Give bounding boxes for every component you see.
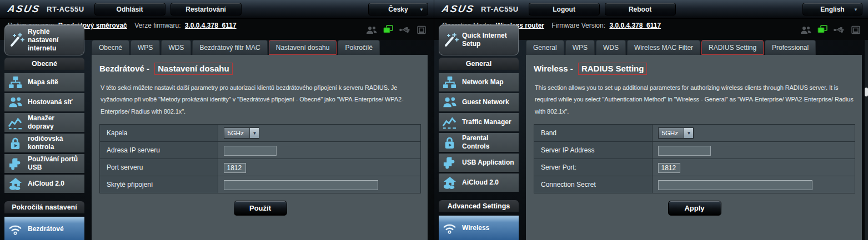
server-ip-input[interactable] [224, 146, 277, 156]
sidebar-item-guest-network[interactable]: Guest Network [439, 93, 519, 111]
reboot-button[interactable]: Restartování [170, 3, 242, 16]
sidebar-item-usb-application[interactable]: USB Application [439, 154, 519, 172]
router-admin-panel-english: ASUS RT-AC55U Logout Reboot English ▼ Op… [434, 0, 868, 240]
server-ip-label: Server IP Address [534, 142, 653, 159]
traffic-manager-icon [441, 115, 458, 130]
language-dropdown[interactable]: English ▼ [802, 3, 862, 16]
sidebar-item-wireless[interactable]: Bezdrátové [4, 217, 84, 240]
network-status-icon[interactable] [817, 25, 828, 34]
sidebar-item-aicloud[interactable]: AiCloud 2.0 [439, 173, 519, 192]
top-banner: ASUS RT-AC55U Odhlásit Restartování Česk… [0, 0, 434, 19]
firmware-version-link[interactable]: 3.0.0.4.378_6117 [185, 22, 237, 29]
tab-general[interactable]: General [526, 40, 564, 55]
sidebar-section-general: General [439, 58, 519, 70]
connection-secret-label: Skryté připojení [100, 176, 218, 193]
scrollbar-thumb[interactable] [865, 88, 868, 96]
logout-button[interactable]: Odhlásit [94, 3, 165, 16]
network-map-icon [7, 75, 23, 90]
sidebar-item-guest-network[interactable]: Hostovaná síť [4, 93, 84, 111]
firmware-version-link[interactable]: 3.0.0.4.378_6117 [609, 22, 661, 29]
top-banner: ASUS RT-AC55U Logout Reboot English ▼ [434, 0, 868, 19]
table-row: Band 5GHz ▼ [534, 125, 855, 142]
server-port-input[interactable] [658, 163, 680, 173]
tab-wps[interactable]: WPS [131, 40, 160, 55]
usb-application-icon [441, 155, 458, 170]
asus-logo: ASUS [7, 3, 41, 15]
connection-secret-input[interactable] [224, 180, 378, 190]
language-label: English [820, 6, 844, 13]
sidebar-item-parental-controls[interactable]: rodičovská kontrola [4, 134, 84, 152]
usb-icon[interactable] [399, 25, 410, 34]
connection-secret-label: Connection Secret [534, 176, 653, 193]
aicloud-icon [441, 175, 458, 190]
sidebar-item-usb-application[interactable]: Používání portů USB [4, 154, 84, 173]
sidebar-nav: Quick Internet Setup General Network Map… [439, 24, 519, 240]
dual-screenshot-stage: ASUS RT-AC55U Odhlásit Restartování Česk… [0, 0, 868, 240]
printer-icon[interactable] [850, 25, 861, 34]
server-port-label: Port serveru [100, 159, 218, 176]
tab-wps[interactable]: WPS [565, 40, 595, 55]
server-port-input[interactable] [224, 163, 246, 173]
tab-radius-setting[interactable]: Nastavení dosahu [269, 40, 337, 55]
tab-wireless-mac-filter[interactable]: Wireless MAC Filter [627, 40, 700, 55]
sidebar-item-label: Hostovaná síť [28, 98, 72, 106]
magic-wand-icon [8, 32, 24, 48]
guest-network-icon [441, 95, 458, 110]
sidebar-section-advanced-settings: Advanced Settings [439, 200, 519, 212]
sidebar-item-label: Wireless [462, 224, 489, 232]
tab-wds[interactable]: WDS [161, 40, 191, 55]
sidebar-item-wireless[interactable]: Wireless [439, 216, 519, 240]
parental-controls-icon [441, 135, 458, 150]
sidebar-item-label: Mapa sítě [28, 78, 58, 86]
sidebar-item-label: AiCloud 2.0 [28, 180, 64, 188]
apply-button[interactable]: Použít [234, 201, 287, 216]
sidebar-item-label: Network Map [462, 78, 504, 86]
sidebar-item-label: Bezdrátové [28, 225, 64, 233]
sidebar-item-parental-controls[interactable]: Parental Controls [439, 133, 519, 152]
chevron-down-icon: ▼ [854, 7, 858, 12]
tab-professional[interactable]: Pokročilé [338, 40, 379, 55]
usb-icon[interactable] [834, 25, 845, 34]
sidebar-item-quick-internet-setup[interactable]: Rychlé nastavení internetu [4, 24, 84, 55]
sidebar-nav: Rychlé nastavení internetu Obecné Mapa s… [4, 24, 84, 240]
network-map-icon [441, 75, 458, 90]
connection-secret-input[interactable] [658, 180, 812, 190]
tab-radius-setting[interactable]: RADIUS Setting [701, 40, 764, 55]
sidebar-item-network-map[interactable]: Network Map [439, 73, 519, 91]
radius-settings-table: Band 5GHz ▼ Server IP Address Server Por… [534, 124, 855, 193]
band-label: Band [534, 125, 653, 142]
sidebar-item-network-map[interactable]: Mapa sítě [4, 73, 84, 91]
clients-icon[interactable] [366, 25, 377, 34]
band-select[interactable]: 5GHz ▼ [658, 127, 694, 139]
server-ip-input[interactable] [658, 146, 711, 156]
band-select-value: 5GHz [224, 128, 249, 138]
spacer [439, 193, 519, 198]
clients-icon[interactable] [800, 25, 811, 34]
sidebar-item-label: Manažer dopravy [28, 114, 82, 131]
sidebar-section-general: Obecné [4, 58, 84, 70]
tab-professional[interactable]: Professional [765, 40, 816, 55]
guest-network-icon [7, 95, 23, 110]
language-dropdown[interactable]: Česky ▼ [368, 3, 428, 16]
vertical-scrollbar[interactable] [865, 40, 868, 240]
sidebar-item-label: AiCloud 2.0 [462, 178, 499, 187]
sidebar-item-label: Rychlé nastavení internetu [28, 28, 81, 53]
server-port-label: Server Port: [534, 159, 653, 176]
reboot-button[interactable]: Reboot [605, 3, 676, 16]
tab-wds[interactable]: WDS [596, 40, 626, 55]
logout-button[interactable]: Logout [529, 3, 600, 16]
sidebar-item-aicloud[interactable]: AiCloud 2.0 [4, 175, 84, 193]
band-select[interactable]: 5GHz ▼ [224, 127, 259, 139]
sidebar-item-traffic-manager[interactable]: Manažer dopravy [4, 113, 84, 132]
tab-wireless-mac-filter[interactable]: Bezdrátový filtr MAC [192, 40, 267, 55]
sidebar-item-label: Parental Controls [462, 134, 516, 151]
page-title-highlight: RADIUS Setting [578, 63, 648, 75]
sidebar-item-traffic-manager[interactable]: Traffic Manager [439, 113, 519, 131]
network-status-icon[interactable] [383, 25, 394, 34]
page-description: V této sekci můžete nastavit další param… [101, 82, 420, 118]
tab-general[interactable]: Obecné [92, 40, 129, 55]
printer-icon[interactable] [416, 25, 427, 34]
apply-button[interactable]: Apply [668, 201, 721, 216]
sidebar-item-quick-internet-setup[interactable]: Quick Internet Setup [439, 24, 519, 55]
page-title-prefix: Bezdrátové - [99, 64, 149, 73]
